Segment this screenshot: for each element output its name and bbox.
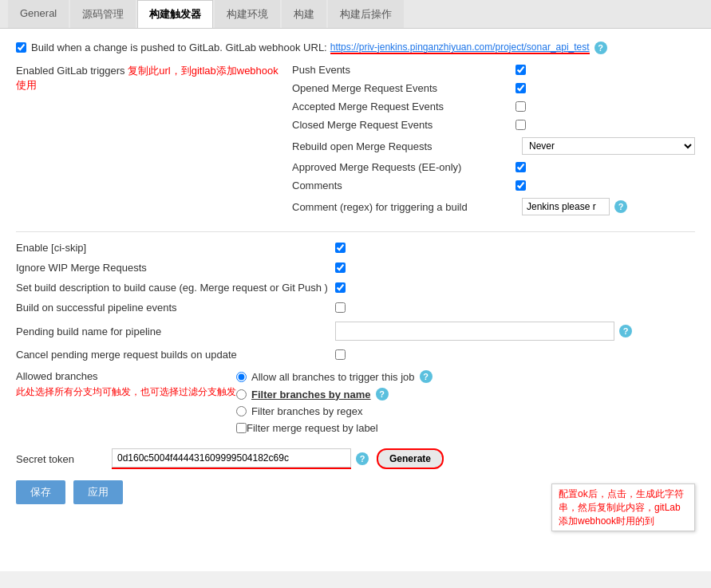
enabled-triggers-label: Enabled GitLab triggers — [16, 65, 125, 77]
cancel-pending-checkbox[interactable] — [335, 349, 346, 360]
comment-regex-help-icon[interactable]: ? — [614, 200, 627, 213]
branch-by-name: Filter branches by name ? — [236, 388, 695, 401]
pending-build-row: Pending build name for pipeline ? — [16, 322, 695, 341]
closed-mr-label: Closed Merge Request Events — [292, 119, 515, 131]
webhook-url: https://priv-jenkins.pinganzhiyuan.com/p… — [330, 41, 590, 54]
pending-build-input[interactable] — [335, 322, 614, 341]
push-events-checkbox[interactable] — [515, 65, 526, 75]
trigger-comments: Comments — [292, 180, 695, 191]
secret-token-input[interactable] — [112, 448, 351, 468]
option-build-success-pipeline: Build on successful pipeline events — [16, 302, 695, 314]
option-cancel-pending: Cancel pending merge request builds on u… — [16, 349, 695, 361]
tab-source[interactable]: 源码管理 — [70, 0, 136, 28]
divider-1 — [16, 231, 695, 232]
branch-by-regex: Filter branches by regex — [236, 405, 695, 417]
set-description-label: Set build description to build cause (eg… — [16, 282, 335, 294]
accepted-mr-label: Accepted Merge Request Events — [292, 101, 515, 112]
save-button[interactable]: 保存 — [16, 480, 65, 504]
accepted-mr-checkbox[interactable] — [515, 101, 526, 112]
build-success-pipeline-label: Build on successful pipeline events — [16, 302, 335, 314]
tab-bar: General 源码管理 构建触发器 构建环境 构建 构建后操作 — [0, 0, 711, 29]
build-trigger-header: Build when a change is pushed to GitLab.… — [16, 41, 695, 54]
comment-regex-input[interactable] — [522, 198, 610, 215]
triggers-panel: Push Events Opened Merge Request Events … — [292, 64, 695, 222]
trigger-push-events: Push Events — [292, 64, 695, 76]
branch-by-name-radio[interactable] — [236, 389, 247, 400]
branch-by-name-label: Filter branches by name — [251, 389, 371, 401]
ci-skip-label: Enable [ci-skip] — [16, 242, 335, 254]
comments-checkbox[interactable] — [515, 180, 526, 191]
allowed-branches-label: Allowed branches — [16, 370, 236, 382]
trigger-closed-mr: Closed Merge Request Events — [292, 119, 695, 131]
branch-by-label-check[interactable] — [236, 423, 247, 433]
build-success-pipeline-checkbox[interactable] — [335, 302, 346, 313]
ignore-wip-checkbox[interactable] — [335, 262, 346, 273]
option-ignore-wip: Ignore WIP Merge Requests — [16, 262, 695, 274]
trigger-rebuild-open: Rebuild open Merge Requests Never On pus… — [292, 137, 695, 155]
rebuild-open-label: Rebuild open Merge Requests — [292, 140, 515, 152]
branch-by-regex-label: Filter branches by regex — [251, 405, 362, 417]
secret-token-help-icon[interactable]: ? — [356, 452, 369, 465]
pending-build-label: Pending build name for pipeline — [16, 326, 335, 337]
ignore-wip-label: Ignore WIP Merge Requests — [16, 262, 335, 274]
branch-all-label: Allow all branches to trigger this job — [251, 371, 415, 383]
rebuild-open-select[interactable]: Never On push to source branch On push t… — [522, 137, 695, 155]
closed-mr-checkbox[interactable] — [515, 120, 526, 130]
allowed-branches-section: Allowed branches 此处选择所有分支均可触发，也可选择过滤分支触发… — [16, 370, 695, 439]
trigger-opened-mr: Opened Merge Request Events — [292, 82, 695, 94]
secret-token-label: Secret token — [16, 453, 112, 465]
branch-all: Allow all branches to trigger this job ? — [236, 370, 695, 383]
main-content: Build when a change is pushed to GitLab.… — [0, 29, 711, 571]
trigger-accepted-mr: Accepted Merge Request Events — [292, 101, 695, 112]
branch-options-panel: Allow all branches to trigger this job ?… — [236, 370, 695, 439]
comments-label: Comments — [292, 180, 515, 191]
allowed-branches-hint: 此处选择所有分支均可触发，也可选择过滤分支触发 — [16, 385, 236, 399]
enabled-triggers-section: Enabled GitLab triggers 复制此url，到gitlab添加… — [16, 64, 695, 222]
option-ci-skip: Enable [ci-skip] — [16, 242, 695, 254]
branch-all-radio[interactable] — [236, 372, 247, 382]
enabled-triggers-label-area: Enabled GitLab triggers 复制此url，到gitlab添加… — [16, 64, 284, 93]
branch-all-help-icon[interactable]: ? — [420, 370, 433, 383]
secret-token-section: Secret token ? Generate — [16, 448, 695, 469]
cancel-pending-label: Cancel pending merge request builds on u… — [16, 349, 335, 361]
generate-annotation: 配置ok后，点击，生成此字符串，然后复制此内容，gitLab 添加webhook… — [551, 483, 695, 531]
build-trigger-checkbox[interactable] — [16, 42, 26, 53]
opened-mr-checkbox[interactable] — [515, 83, 526, 93]
tab-build-trigger[interactable]: 构建触发器 — [137, 0, 213, 28]
option-set-description: Set build description to build cause (eg… — [16, 282, 695, 294]
generate-button[interactable]: Generate — [377, 448, 444, 469]
approved-mr-checkbox[interactable] — [515, 162, 526, 172]
branch-by-name-help-icon[interactable]: ? — [376, 388, 389, 401]
webhook-url-link[interactable]: https://priv-jenkins.pinganzhiyuan.com/p… — [330, 41, 590, 53]
build-trigger-label: Build when a change is pushed to GitLab.… — [31, 41, 327, 53]
branch-by-label: Filter merge request by label — [236, 422, 695, 434]
pending-build-help-icon[interactable]: ? — [619, 325, 632, 337]
tab-build[interactable]: 构建 — [282, 0, 326, 28]
comment-regex-label: Comment (regex) for triggering a build — [292, 201, 515, 213]
ci-skip-checkbox[interactable] — [335, 243, 346, 253]
tab-build-env[interactable]: 构建环境 — [215, 0, 280, 28]
branch-by-label-label: Filter merge request by label — [247, 422, 378, 434]
trigger-comment-regex: Comment (regex) for triggering a build ? — [292, 198, 695, 215]
allowed-branches-label-area: Allowed branches 此处选择所有分支均可触发，也可选择过滤分支触发 — [16, 370, 236, 399]
tab-general[interactable]: General — [8, 0, 69, 28]
token-underline-wrap — [112, 448, 351, 469]
webhook-help-icon[interactable]: ? — [594, 41, 607, 54]
apply-button[interactable]: 应用 — [73, 480, 123, 504]
set-description-checkbox[interactable] — [335, 282, 346, 293]
opened-mr-label: Opened Merge Request Events — [292, 82, 515, 94]
branch-by-regex-radio[interactable] — [236, 406, 247, 416]
trigger-approved-mr: Approved Merge Requests (EE-only) — [292, 161, 695, 173]
tab-post-build[interactable]: 构建后操作 — [328, 0, 404, 28]
approved-mr-label: Approved Merge Requests (EE-only) — [292, 161, 515, 173]
push-events-label: Push Events — [292, 64, 515, 76]
